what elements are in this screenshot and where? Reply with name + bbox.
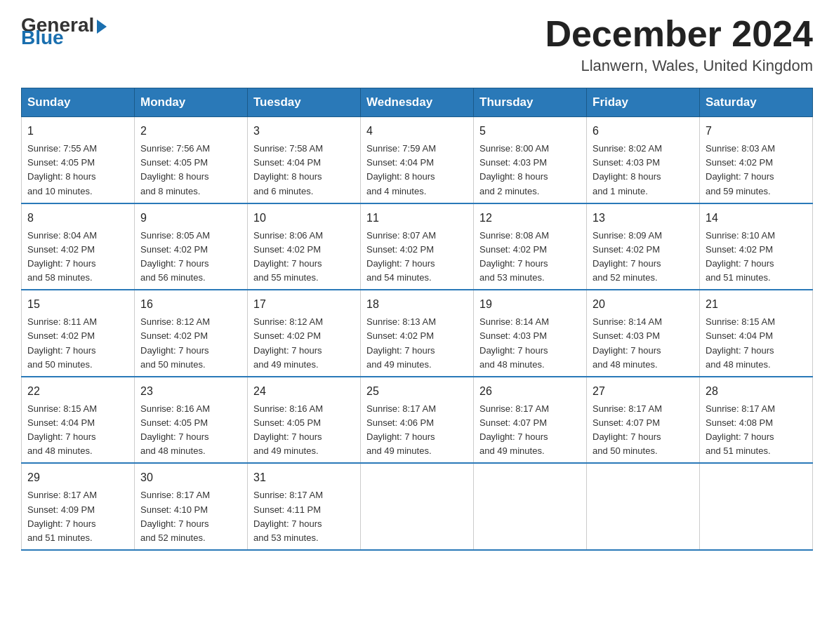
calendar-cell: 13Sunrise: 8:09 AMSunset: 4:02 PMDayligh…	[587, 203, 700, 290]
calendar-cell: 3Sunrise: 7:58 AMSunset: 4:04 PMDaylight…	[248, 117, 361, 203]
calendar-cell: 29Sunrise: 8:17 AMSunset: 4:09 PMDayligh…	[22, 463, 135, 550]
day-info: Sunrise: 8:15 AMSunset: 4:04 PMDaylight:…	[706, 315, 807, 372]
day-info: Sunrise: 8:13 AMSunset: 4:02 PMDaylight:…	[366, 315, 468, 372]
day-number: 6	[593, 123, 694, 140]
calendar-table: Sunday Monday Tuesday Wednesday Thursday…	[21, 88, 813, 551]
day-info: Sunrise: 8:17 AMSunset: 4:10 PMDaylight:…	[140, 488, 241, 545]
calendar-week-row: 8Sunrise: 8:04 AMSunset: 4:02 PMDaylight…	[22, 203, 813, 290]
calendar-week-row: 1Sunrise: 7:55 AMSunset: 4:05 PMDaylight…	[22, 117, 813, 203]
page-header: General Blue December 2024 Llanwern, Wal…	[21, 14, 813, 75]
day-info: Sunrise: 8:14 AMSunset: 4:03 PMDaylight:…	[479, 315, 581, 372]
day-number: 30	[140, 469, 241, 486]
day-info: Sunrise: 8:17 AMSunset: 4:09 PMDaylight:…	[27, 488, 128, 545]
day-number: 20	[593, 296, 694, 313]
calendar-cell: 6Sunrise: 8:02 AMSunset: 4:03 PMDaylight…	[587, 117, 700, 203]
header-friday: Friday	[587, 88, 700, 117]
calendar-cell: 4Sunrise: 7:59 AMSunset: 4:04 PMDaylight…	[361, 117, 474, 203]
calendar-cell: 22Sunrise: 8:15 AMSunset: 4:04 PMDayligh…	[22, 377, 135, 464]
day-info: Sunrise: 8:15 AMSunset: 4:04 PMDaylight:…	[27, 402, 128, 459]
day-info: Sunrise: 8:16 AMSunset: 4:05 PMDaylight:…	[253, 402, 355, 459]
day-number: 31	[253, 469, 355, 486]
calendar-cell: 5Sunrise: 8:00 AMSunset: 4:03 PMDaylight…	[474, 117, 587, 203]
day-number: 29	[27, 469, 128, 486]
day-info: Sunrise: 8:17 AMSunset: 4:11 PMDaylight:…	[253, 488, 355, 545]
calendar-cell: 19Sunrise: 8:14 AMSunset: 4:03 PMDayligh…	[474, 290, 587, 377]
day-number: 18	[366, 296, 468, 313]
calendar-cell: 15Sunrise: 8:11 AMSunset: 4:02 PMDayligh…	[22, 290, 135, 377]
calendar-cell: 25Sunrise: 8:17 AMSunset: 4:06 PMDayligh…	[361, 377, 474, 464]
day-number: 15	[27, 296, 128, 313]
day-number: 8	[27, 210, 128, 227]
day-number: 2	[140, 123, 241, 140]
day-number: 10	[253, 210, 355, 227]
header-sunday: Sunday	[22, 88, 135, 117]
calendar-cell: 11Sunrise: 8:07 AMSunset: 4:02 PMDayligh…	[361, 203, 474, 290]
day-number: 19	[479, 296, 581, 313]
day-number: 11	[366, 210, 468, 227]
day-number: 17	[253, 296, 355, 313]
calendar-cell: 2Sunrise: 7:56 AMSunset: 4:05 PMDaylight…	[135, 117, 248, 203]
day-info: Sunrise: 8:03 AMSunset: 4:02 PMDaylight:…	[706, 142, 807, 199]
calendar-subtitle: Llanwern, Wales, United Kingdom	[545, 57, 813, 75]
day-info: Sunrise: 8:17 AMSunset: 4:08 PMDaylight:…	[706, 402, 807, 459]
calendar-cell: 7Sunrise: 8:03 AMSunset: 4:02 PMDaylight…	[700, 117, 813, 203]
day-info: Sunrise: 8:17 AMSunset: 4:06 PMDaylight:…	[366, 402, 468, 459]
day-info: Sunrise: 8:17 AMSunset: 4:07 PMDaylight:…	[593, 402, 694, 459]
day-number: 27	[593, 383, 694, 400]
calendar-cell: 1Sunrise: 7:55 AMSunset: 4:05 PMDaylight…	[22, 117, 135, 203]
calendar-cell	[700, 463, 813, 550]
day-number: 9	[140, 210, 241, 227]
calendar-cell: 18Sunrise: 8:13 AMSunset: 4:02 PMDayligh…	[361, 290, 474, 377]
day-number: 21	[706, 296, 807, 313]
header-monday: Monday	[135, 88, 248, 117]
calendar-cell	[587, 463, 700, 550]
day-number: 3	[253, 123, 355, 140]
calendar-cell: 16Sunrise: 8:12 AMSunset: 4:02 PMDayligh…	[135, 290, 248, 377]
header-saturday: Saturday	[700, 88, 813, 117]
calendar-cell: 21Sunrise: 8:15 AMSunset: 4:04 PMDayligh…	[700, 290, 813, 377]
day-info: Sunrise: 7:59 AMSunset: 4:04 PMDaylight:…	[366, 142, 468, 199]
day-number: 1	[27, 123, 128, 140]
day-number: 14	[706, 210, 807, 227]
calendar-body: 1Sunrise: 7:55 AMSunset: 4:05 PMDaylight…	[22, 117, 813, 550]
day-info: Sunrise: 7:55 AMSunset: 4:05 PMDaylight:…	[27, 142, 128, 199]
calendar-cell: 12Sunrise: 8:08 AMSunset: 4:02 PMDayligh…	[474, 203, 587, 290]
logo-arrow-icon	[97, 20, 107, 34]
calendar-cell	[361, 463, 474, 550]
calendar-cell: 10Sunrise: 8:06 AMSunset: 4:02 PMDayligh…	[248, 203, 361, 290]
calendar-title: December 2024	[545, 14, 813, 54]
day-number: 16	[140, 296, 241, 313]
day-info: Sunrise: 8:17 AMSunset: 4:07 PMDaylight:…	[479, 402, 581, 459]
day-info: Sunrise: 8:12 AMSunset: 4:02 PMDaylight:…	[140, 315, 241, 372]
day-info: Sunrise: 8:00 AMSunset: 4:03 PMDaylight:…	[479, 142, 581, 199]
day-number: 23	[140, 383, 241, 400]
day-info: Sunrise: 8:10 AMSunset: 4:02 PMDaylight:…	[706, 229, 807, 286]
day-number: 7	[706, 123, 807, 140]
day-info: Sunrise: 8:14 AMSunset: 4:03 PMDaylight:…	[593, 315, 694, 372]
calendar-cell: 24Sunrise: 8:16 AMSunset: 4:05 PMDayligh…	[248, 377, 361, 464]
day-number: 28	[706, 383, 807, 400]
calendar-cell: 30Sunrise: 8:17 AMSunset: 4:10 PMDayligh…	[135, 463, 248, 550]
title-area: December 2024 Llanwern, Wales, United Ki…	[545, 14, 813, 75]
calendar-cell: 27Sunrise: 8:17 AMSunset: 4:07 PMDayligh…	[587, 377, 700, 464]
day-number: 25	[366, 383, 468, 400]
calendar-cell: 28Sunrise: 8:17 AMSunset: 4:08 PMDayligh…	[700, 377, 813, 464]
day-number: 5	[479, 123, 581, 140]
day-info: Sunrise: 8:06 AMSunset: 4:02 PMDaylight:…	[253, 229, 355, 286]
calendar-cell: 31Sunrise: 8:17 AMSunset: 4:11 PMDayligh…	[248, 463, 361, 550]
calendar-week-row: 22Sunrise: 8:15 AMSunset: 4:04 PMDayligh…	[22, 377, 813, 464]
day-number: 26	[479, 383, 581, 400]
day-info: Sunrise: 8:16 AMSunset: 4:05 PMDaylight:…	[140, 402, 241, 459]
day-number: 13	[593, 210, 694, 227]
day-info: Sunrise: 8:12 AMSunset: 4:02 PMDaylight:…	[253, 315, 355, 372]
day-number: 12	[479, 210, 581, 227]
calendar-cell: 23Sunrise: 8:16 AMSunset: 4:05 PMDayligh…	[135, 377, 248, 464]
logo: General Blue	[21, 14, 107, 49]
day-info: Sunrise: 8:09 AMSunset: 4:02 PMDaylight:…	[593, 229, 694, 286]
calendar-cell: 9Sunrise: 8:05 AMSunset: 4:02 PMDaylight…	[135, 203, 248, 290]
day-info: Sunrise: 7:56 AMSunset: 4:05 PMDaylight:…	[140, 142, 241, 199]
header-row: Sunday Monday Tuesday Wednesday Thursday…	[22, 88, 813, 117]
day-info: Sunrise: 8:08 AMSunset: 4:02 PMDaylight:…	[479, 229, 581, 286]
header-wednesday: Wednesday	[361, 88, 474, 117]
header-tuesday: Tuesday	[248, 88, 361, 117]
